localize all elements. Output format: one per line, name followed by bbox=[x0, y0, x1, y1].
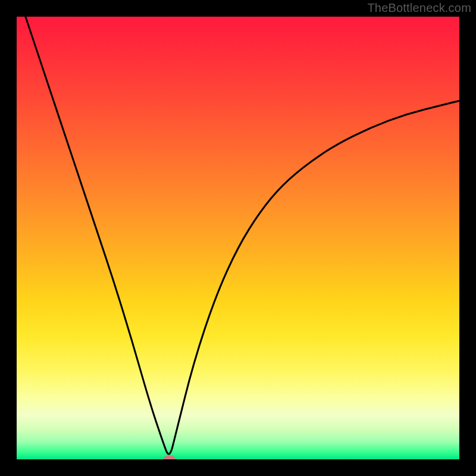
plot-area bbox=[17, 17, 459, 459]
minimum-marker bbox=[163, 455, 176, 459]
chart-frame: TheBottleneck.com bbox=[0, 0, 476, 476]
curve-svg bbox=[17, 17, 459, 459]
watermark-text: TheBottleneck.com bbox=[367, 1, 471, 15]
bottleneck-curve bbox=[26, 17, 459, 454]
